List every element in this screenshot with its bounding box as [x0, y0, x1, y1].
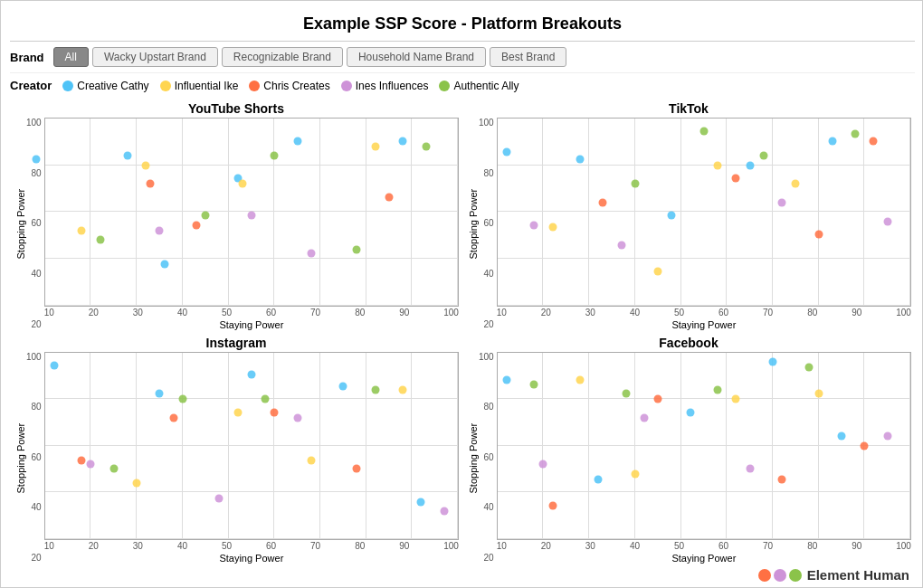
data-dot	[440, 507, 448, 516]
data-dot	[828, 137, 836, 145]
data-dot	[142, 161, 150, 169]
data-dot	[422, 142, 430, 150]
data-dot	[385, 193, 393, 201]
data-dot	[78, 226, 86, 234]
brand-filter: Brand All Wacky Upstart Brand Recognizab…	[10, 42, 915, 73]
data-dot	[576, 156, 584, 164]
data-dot	[502, 376, 510, 384]
data-dot	[193, 221, 201, 229]
legend-item-label: Creative Cathy	[77, 80, 148, 92]
chart-instagram: InstagramStopping Power10080604020102030…	[10, 332, 462, 566]
y-axis-label: Stopping Power	[466, 352, 479, 564]
chart-plot	[44, 118, 459, 307]
brand-btn-best[interactable]: Best Brand	[490, 47, 566, 67]
footer-dots	[758, 569, 802, 582]
y-axis-ticks: 10080604020	[26, 352, 44, 564]
brand-filter-label: Brand	[10, 51, 44, 64]
data-dot	[353, 245, 361, 253]
data-dot	[668, 212, 676, 220]
y-axis-ticks: 10080604020	[479, 118, 497, 330]
data-dot	[417, 498, 425, 506]
data-dot	[686, 408, 694, 416]
data-dot	[247, 212, 255, 220]
legend-item: Ines Influences	[341, 80, 429, 92]
main-container: Example SSP Score - Platform Breakouts B…	[1, 1, 923, 588]
x-axis-ticks: 102030405060708090100	[497, 307, 911, 318]
data-dot	[576, 376, 584, 384]
data-dot	[147, 180, 155, 188]
data-dot	[539, 460, 547, 469]
data-dot	[50, 361, 58, 369]
legend-dot	[341, 81, 352, 91]
data-dot	[714, 161, 722, 169]
brand-btn-household[interactable]: Household Name Brand	[347, 47, 486, 67]
chart-area-wrapper: 102030405060708090100Staying Power	[44, 352, 459, 564]
legend-item-label: Authentic Ally	[453, 80, 519, 92]
data-dot	[631, 180, 639, 188]
data-dot	[293, 137, 301, 145]
y-axis-label: Stopping Power	[14, 118, 26, 330]
data-dot	[530, 221, 538, 229]
data-dot	[617, 242, 625, 250]
chart-title: TikTok	[669, 101, 709, 116]
data-dot	[271, 152, 279, 160]
data-dot	[714, 385, 722, 394]
data-dot	[861, 441, 869, 450]
legend-item: Chris Creates	[249, 80, 329, 92]
brand-btn-recognizable[interactable]: Recognizable Brand	[222, 47, 343, 67]
y-axis-ticks: 10080604020	[479, 352, 497, 564]
data-dot	[870, 137, 878, 145]
chart-inner: Stopping Power10080604020102030405060708…	[14, 118, 459, 330]
data-dot	[530, 380, 538, 388]
data-dot	[156, 226, 164, 234]
legend-label: Creator	[10, 79, 52, 92]
data-dot	[622, 389, 630, 397]
chart-plot	[44, 352, 459, 541]
legend-item-label: Influential Ike	[175, 80, 239, 92]
chart-youtube-shorts: YouTube ShortsStopping Power100806040201…	[10, 98, 462, 332]
data-dot	[271, 408, 279, 416]
chart-title: Instagram	[206, 336, 267, 350]
x-axis-label: Staying Power	[497, 553, 911, 564]
data-dot	[96, 236, 104, 244]
data-dot	[178, 395, 186, 403]
brand-btn-all[interactable]: All	[53, 47, 89, 67]
data-dot	[778, 198, 786, 206]
legend-dot	[62, 81, 73, 91]
data-dot	[548, 223, 557, 231]
data-dot	[746, 161, 754, 169]
data-dot	[778, 475, 786, 483]
chart-tiktok: TikTokStopping Power10080604020102030405…	[462, 98, 915, 332]
data-dot	[732, 395, 740, 403]
data-dot	[160, 261, 168, 269]
data-dot	[502, 148, 510, 156]
x-axis-ticks: 102030405060708090100	[497, 540, 911, 551]
legend-dot	[160, 81, 171, 91]
data-dot	[156, 389, 164, 397]
data-dot	[792, 180, 800, 188]
legend-item: Influential Ike	[160, 80, 239, 92]
data-dot	[32, 156, 40, 164]
chart-inner: Stopping Power10080604020102030405060708…	[14, 352, 459, 564]
data-dot	[805, 364, 814, 372]
data-dot	[133, 479, 141, 488]
chart-plot	[497, 118, 911, 307]
chart-title: YouTube Shorts	[188, 101, 284, 116]
data-dot	[883, 432, 891, 441]
footer-dot	[774, 569, 786, 582]
data-dot	[631, 469, 639, 478]
legend-dot	[249, 81, 260, 91]
chart-title: Facebook	[659, 336, 718, 350]
data-dot	[87, 460, 95, 469]
y-axis-ticks: 10080604020	[26, 118, 44, 330]
brand-btn-wacky[interactable]: Wacky Upstart Brand	[92, 47, 218, 67]
data-dot	[837, 432, 845, 441]
data-dot	[399, 137, 407, 145]
chart-facebook: FacebookStopping Power100806040201020304…	[462, 332, 915, 566]
legend-item-label: Chris Creates	[263, 80, 329, 92]
data-dot	[852, 129, 860, 138]
chart-area-wrapper: 102030405060708090100Staying Power	[44, 118, 459, 330]
chart-area-wrapper: 102030405060708090100Staying Power	[497, 352, 911, 564]
data-dot	[599, 198, 607, 206]
legend-item: Authentic Ally	[439, 80, 519, 92]
